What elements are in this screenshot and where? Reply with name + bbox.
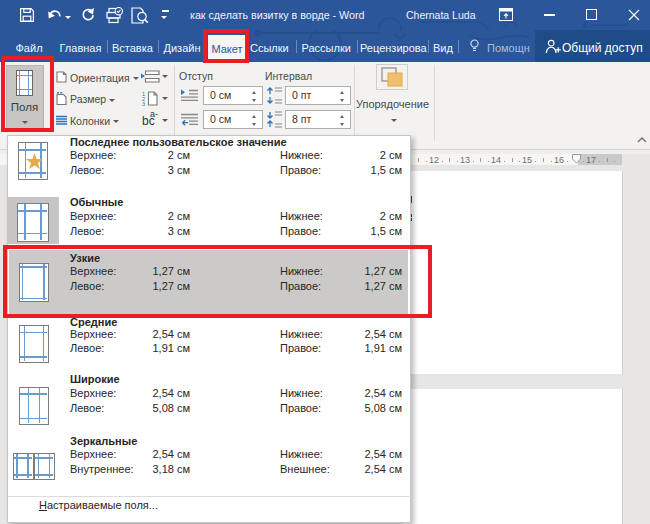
svg-text:3: 3	[142, 101, 145, 106]
